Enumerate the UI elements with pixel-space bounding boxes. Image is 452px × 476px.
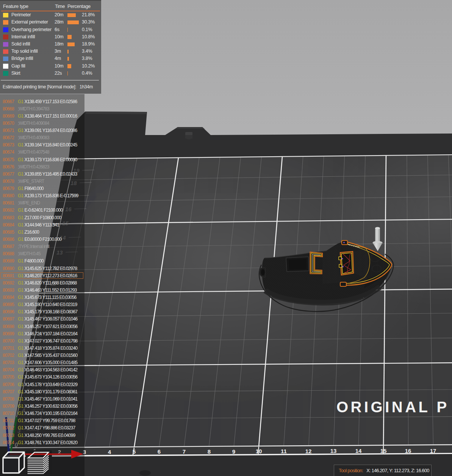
svg-text:10: 10 [256, 448, 262, 454]
svg-text:16: 16 [405, 448, 411, 454]
svg-text:13: 13 [330, 448, 337, 454]
svg-text:12: 12 [305, 448, 312, 454]
svg-text:4: 4 [108, 449, 111, 455]
svg-text:15: 15 [380, 448, 387, 454]
svg-text:7: 7 [183, 448, 186, 455]
svg-text:11: 11 [281, 448, 287, 454]
svg-text:5: 5 [133, 448, 136, 455]
svg-text:9: 9 [232, 448, 235, 455]
svg-text:6: 6 [158, 448, 161, 455]
svg-text:14: 14 [355, 448, 362, 454]
svg-text:17: 17 [430, 448, 436, 454]
svg-text:ORIGINAL P: ORIGINAL P [336, 399, 449, 415]
svg-text:8: 8 [208, 448, 211, 455]
